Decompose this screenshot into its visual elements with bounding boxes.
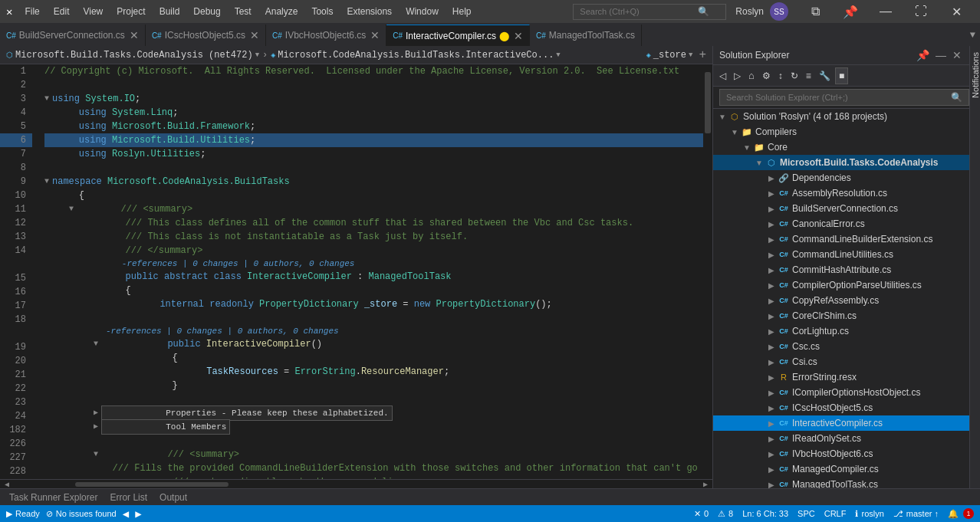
tab-ivbchost[interactable]: C# IVbcHostObject6.cs ✕: [266, 25, 386, 46]
se-csics[interactable]: ▶ C# Csi.cs: [713, 354, 969, 369]
status-encoding[interactable]: SPC: [797, 509, 815, 518]
se-home-button[interactable]: ⌂: [745, 67, 758, 84]
solution-tree[interactable]: ▼ ⬡ Solution 'Roslyn' (4 of 168 projects…: [713, 109, 969, 488]
notification-bell[interactable]: 🔔1: [948, 508, 974, 519]
h-scrollbar-track[interactable]: [14, 481, 699, 488]
collapse-icon-3[interactable]: ▼: [44, 92, 52, 106]
se-managedtool[interactable]: ▶ C# ManagedToolTask.cs: [713, 477, 969, 488]
status-issues[interactable]: ⊘ No issues found: [46, 509, 117, 519]
collapse-icon-9[interactable]: ▼: [44, 175, 52, 189]
se-errorstring[interactable]: ▶ R ErrorString.resx: [713, 369, 969, 385]
se-close-button[interactable]: ✕: [951, 48, 963, 63]
se-compilers[interactable]: ▼ 📁 Compilers: [713, 124, 969, 140]
tab-buildserver[interactable]: C# BuildServerConnection.cs ✕: [0, 25, 146, 46]
menu-extensions[interactable]: Extensions: [340, 5, 398, 18]
se-buildserver[interactable]: ▶ C# BuildServerConnection.cs: [713, 201, 969, 216]
tab-managedtool[interactable]: C# ManagedToolTask.cs: [530, 25, 642, 46]
tab-interactivecompiler[interactable]: C# InteractiveCompiler.cs ⬤ ✕: [386, 25, 530, 46]
title-search-box[interactable]: 🔍: [573, 4, 726, 20]
notifications-panel[interactable]: Notifications: [969, 46, 980, 488]
se-settings-button[interactable]: ⚙: [759, 67, 774, 84]
se-managedcompiler[interactable]: ▶ C# ManagedCompiler.cs: [713, 461, 969, 477]
bottom-tab-taskrunner[interactable]: Task Runner Explorer: [3, 491, 104, 504]
se-sort-button[interactable]: ≡: [803, 67, 814, 84]
se-corlightup[interactable]: ▶ C# CorLightup.cs: [713, 323, 969, 339]
code-content[interactable]: // Copyright (c) Microsoft. All Rights R…: [38, 64, 703, 479]
menu-analyze[interactable]: Analyze: [259, 5, 304, 18]
se-search-box[interactable]: 🔍: [719, 89, 969, 106]
layout-icon[interactable]: ⧉: [797, 0, 833, 23]
se-canonicalerror[interactable]: ▶ C# CanonicalError.cs: [713, 216, 969, 231]
se-interactivecompiler[interactable]: ▶ C# InteractiveCompiler.cs: [713, 415, 969, 431]
status-errors[interactable]: ✕ 0: [694, 509, 709, 519]
se-coreclrshim[interactable]: ▶ C# CoreClrShim.cs: [713, 308, 969, 323]
status-branch[interactable]: ⎇ master ↑: [893, 509, 939, 519]
tab-icschost[interactable]: C# ICscHostObject5.cs ✕: [146, 25, 266, 46]
se-compileroption[interactable]: ▶ C# CompilerOptionParseUtilities.cs: [713, 277, 969, 293]
se-pin-button[interactable]: 📌: [915, 48, 931, 63]
breadcrumb-namespace[interactable]: ◈ Microsoft.CodeAnalysis.BuildTasks.Inte…: [271, 50, 561, 61]
collapse-icon-19[interactable]: ▼: [94, 337, 101, 351]
tab-close-icon[interactable]: ✕: [370, 29, 380, 41]
close-button[interactable]: ✕: [939, 0, 974, 23]
tab-overflow-button[interactable]: ▼: [965, 25, 980, 46]
status-nav-left[interactable]: ◀: [123, 507, 129, 520]
se-back-button[interactable]: ◁: [716, 67, 729, 84]
title-search-input[interactable]: [580, 7, 695, 16]
status-nav-right[interactable]: ▶: [135, 507, 141, 520]
tab-close-icon[interactable]: ✕: [250, 29, 259, 41]
menu-project[interactable]: Project: [110, 5, 151, 18]
breadcrumb-add-icon[interactable]: +: [699, 48, 706, 62]
menu-file[interactable]: File: [18, 5, 45, 18]
se-search-input[interactable]: [726, 93, 951, 102]
se-csccs[interactable]: ▶ C# Csc.cs: [713, 339, 969, 354]
menu-debug[interactable]: Debug: [187, 5, 226, 18]
se-ireadonlyset[interactable]: ▶ C# IReadOnlySet.cs: [713, 431, 969, 446]
bottom-tab-errorlist[interactable]: Error List: [104, 491, 153, 504]
profile-name[interactable]: Roslyn: [735, 6, 764, 17]
user-avatar[interactable]: SS: [770, 2, 788, 21]
menu-build[interactable]: Build: [153, 5, 186, 18]
se-commandlinebuilder[interactable]: ▶ C# CommandLineBuilderExtension.cs: [713, 231, 969, 247]
collapse-icon-11[interactable]: ▼: [69, 202, 77, 216]
status-lineending[interactable]: CRLF: [824, 509, 847, 518]
maximize-button[interactable]: ⛶: [903, 0, 939, 23]
se-root[interactable]: ▼ ⬡ Solution 'Roslyn' (4 of 168 projects…: [713, 109, 969, 124]
breadcrumb-assembly[interactable]: ⬡ Microsoft.Build.Tasks.CodeAnalysis (ne…: [6, 50, 259, 61]
se-commithash[interactable]: ▶ C# CommitHashAttribute.cs: [713, 262, 969, 277]
se-refresh-button[interactable]: ↻: [788, 67, 801, 84]
scroll-left-arrow[interactable]: ◀: [0, 480, 14, 489]
scroll-right-arrow[interactable]: ▶: [699, 480, 712, 489]
menu-tools[interactable]: Tools: [305, 5, 339, 18]
se-commandlineutilities[interactable]: ▶ C# CommandLineUtilities.cs: [713, 247, 969, 262]
expand-icon-24[interactable]: ▶: [94, 406, 101, 420]
h-scrollbar-thumb[interactable]: [75, 482, 229, 487]
se-icompileroptions[interactable]: ▶ C# ICompilerOptionsHostObject.cs: [713, 385, 969, 400]
menu-window[interactable]: Window: [400, 5, 445, 18]
horizontal-scrollbar[interactable]: ◀ ▶: [0, 479, 712, 488]
tab-close-icon[interactable]: ✕: [514, 30, 523, 42]
bottom-tab-output[interactable]: Output: [153, 491, 193, 504]
menu-view[interactable]: View: [77, 5, 109, 18]
code-editor[interactable]: 1 2 3 4 5 6 7 8 9 10 11 12 13 14 15 16: [0, 64, 712, 479]
se-assemblyresolution[interactable]: ▶ C# AssemblyResolution.cs: [713, 185, 969, 201]
menu-test[interactable]: Test: [229, 5, 258, 18]
se-deps[interactable]: ▶ 🔗 Dependencies: [713, 170, 969, 185]
collapse-icon-227[interactable]: ▼: [94, 448, 101, 461]
menu-help[interactable]: Help: [446, 5, 478, 18]
pin-icon[interactable]: 📌: [833, 0, 868, 23]
se-copyref[interactable]: ▶ C# CopyRefAssembly.cs: [713, 293, 969, 308]
se-expand-button[interactable]: ↕: [775, 67, 786, 84]
tab-close-icon[interactable]: ✕: [130, 29, 139, 41]
expand-icon-182[interactable]: ▶: [94, 420, 101, 434]
se-icschost5[interactable]: ▶ C# ICscHostObject5.cs: [713, 400, 969, 415]
se-forward-button[interactable]: ▷: [731, 67, 744, 84]
se-dark-button[interactable]: ■: [835, 67, 848, 84]
se-minimize-button[interactable]: —: [934, 48, 948, 63]
minimize-button[interactable]: —: [868, 0, 903, 23]
se-mbtca[interactable]: ▼ ⬡ Microsoft.Build.Tasks.CodeAnalysis: [713, 155, 969, 170]
scrollbar-thumb[interactable]: [705, 72, 711, 133]
status-warnings[interactable]: ⚠ 8: [718, 509, 733, 519]
menu-edit[interactable]: Edit: [48, 5, 76, 18]
vertical-scrollbar[interactable]: [703, 64, 712, 479]
